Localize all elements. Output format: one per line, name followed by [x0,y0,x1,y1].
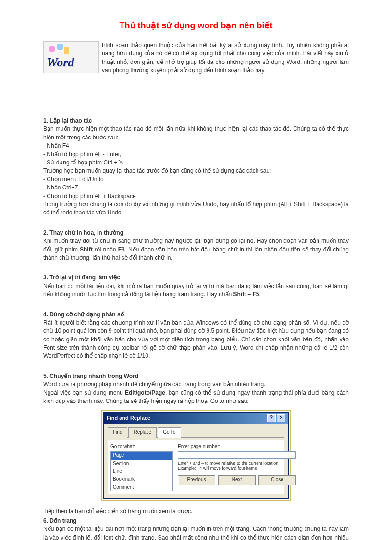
section-6-body: Nếu bạn có một tài liệu dài hơn một tran… [43,525,349,540]
previous-button[interactable]: Previous [178,475,215,485]
dialog-close-button[interactable]: × [277,414,285,422]
s3-bold: Shift – F5 [233,291,259,298]
section-1-l3: - Sử dụng tổ hợp phím Ctrl + Y. [43,159,349,167]
tab-find[interactable]: Find [108,427,127,438]
logo-text: Word [47,53,74,72]
next-button[interactable]: Next [218,475,256,485]
section-2-body: Khi muốn thay đổi từ chữ in sang chữ thư… [43,237,349,262]
enter-page-label: Enter page number: [178,443,296,451]
goto-panel: Go to what: Page Section Line Bookmark C… [108,440,284,495]
close-button[interactable]: Close [258,475,296,485]
goto-what-listbox[interactable]: Page Section Line Bookmark Comment Footn… [110,451,173,491]
s5-text-a: Ngoài việc bạn sử dụng menu [43,389,125,396]
section-1-p2: Trường hợp bạn muốn quay lại thao tác tr… [43,167,349,175]
dialog-title: Find and Replace [107,414,266,422]
list-item[interactable]: Section [111,460,172,468]
list-item[interactable]: Bookmark [111,476,172,484]
section-5-title: 5. Chuyển trang nhanh trong Word [43,372,349,380]
list-item[interactable]: Footnote [111,491,172,492]
page-number-input[interactable] [178,451,296,459]
section-4-title: 4. Dùng cỡ chữ dạng phân số [43,311,349,319]
section-1-l2: - Nhấn tổ hợp phím Alt - Enter, [43,151,349,159]
section-5-after: Tiếp theo là bạn chỉ việc điền số trang … [43,507,349,515]
s3-text-a: Nếu bạn có một tài liệu dài, khi mở ra b… [43,283,349,298]
section-1-l1: - Nhấn F4 [43,142,349,150]
s6-text-a: Nếu bạn có một tài liệu dài hơn một tran… [43,526,349,540]
tab-goto[interactable]: Go To [158,427,181,438]
section-1-l6: - Chọn tổ hợp phím Alt + Backspace [43,192,349,201]
section-1-title: 1. Lặp lại thao tác [43,117,349,125]
s5-bold: Edit/goto/Page [125,389,165,396]
s2-text-b: rồi nhấn [93,246,118,253]
find-replace-dialog-figure: Find and Replace ? × Find Replace Go To … [43,410,349,501]
page-title: Thủ thuật sử dụng word bạn nên biết [43,19,349,32]
goto-what-label: Go to what: [110,443,173,451]
section-4-body: Rất ít người biết rằng các chương trình … [43,319,349,361]
tab-replace[interactable]: Replace [128,427,157,438]
dialog-help-button[interactable]: ? [267,414,276,422]
intro-block: Word trình soạn thảo quen thuộc của hầu … [43,41,349,75]
section-2-title: 2. Thay chữ in hoa, in thường [43,229,349,237]
section-3-body: Nếu bạn có một tài liệu dài, khi mở ra b… [43,282,349,299]
section-1-p1: Bạn muốn thực hiện một thao tác nào đó m… [43,125,349,142]
dialog-tabs: Find Replace Go To [108,427,284,438]
goto-hint: Enter + and – to move relative to the cu… [178,461,296,471]
s2-bold-shift: Shift [80,246,93,253]
word-logo-image: Word [43,41,99,73]
section-1-l5: - Nhấn Ctrl+Z [43,184,349,192]
dialog-body: Find Replace Go To Go to what: Page Sect… [104,424,288,498]
find-replace-dialog: Find and Replace ? × Find Replace Go To … [103,412,289,499]
s2-bold-f3: F3 [118,246,125,253]
list-item[interactable]: Line [111,467,172,476]
section-3-title: 3. Trở lại vị trí đang làm việc [43,274,349,282]
section-1-l4: - Chọn menu Edit/Undo [43,176,349,184]
list-item[interactable]: Page [111,452,172,460]
dialog-titlebar: Find and Replace ? × [104,413,288,424]
document-page: Thủ thuật sử dụng word bạn nên biết Word… [0,0,392,540]
section-6-title: 6. Dồn trang [43,517,349,525]
s3-text-b: . [259,291,261,298]
section-5-p1: Word đưa ra phương pháp nhanh để chuyển … [43,380,349,389]
section-5-p2: Ngoài việc bạn sử dụng menu Edit/goto/Pa… [43,389,349,406]
section-1-p3: Trong trường hợp chúng ta còn do dự với … [43,201,349,217]
list-item[interactable]: Comment [111,483,172,491]
